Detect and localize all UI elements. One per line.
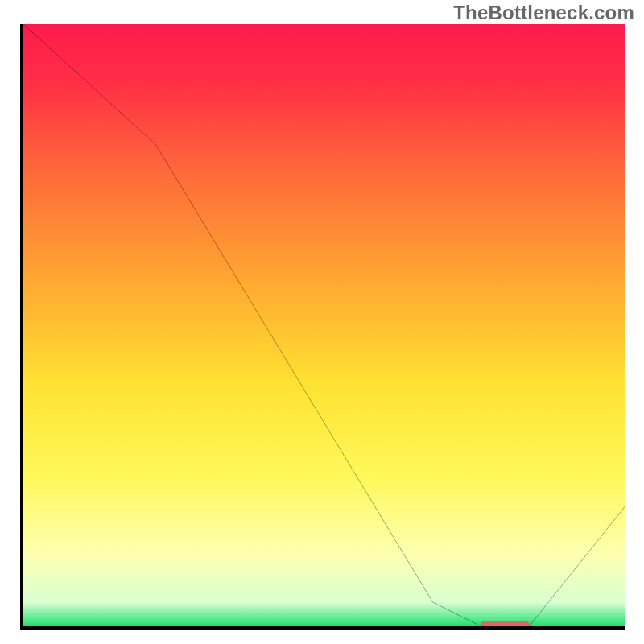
chart-container: TheBottleneck.com	[0, 0, 644, 644]
watermark-text: TheBottleneck.com	[453, 2, 634, 24]
axes	[20, 24, 625, 630]
